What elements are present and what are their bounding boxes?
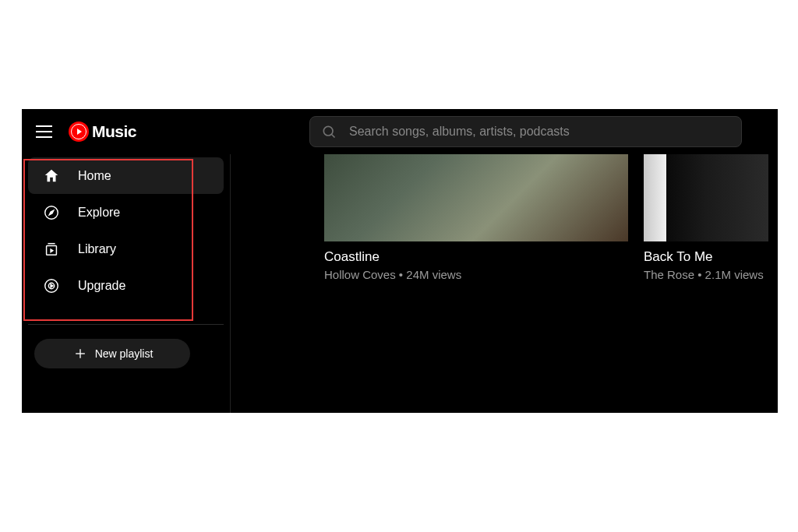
library-icon (42, 240, 61, 259)
svg-marker-3 (49, 210, 54, 215)
sidebar-item-label: Explore (78, 206, 120, 220)
sidebar: Home Explore Library Upgrade (22, 154, 231, 413)
new-playlist-label: New playlist (95, 347, 154, 360)
sidebar-item-home[interactable]: Home (28, 157, 224, 194)
track-title: Coastline (324, 249, 628, 265)
track-card[interactable]: Coastline Hollow Coves • 24M views (324, 154, 628, 413)
svg-line-1 (332, 135, 335, 138)
header: Music (22, 109, 778, 154)
hamburger-icon (36, 125, 52, 127)
menu-button[interactable] (36, 122, 55, 141)
svg-marker-5 (51, 249, 53, 252)
new-playlist-button[interactable]: New playlist (34, 339, 190, 368)
search-input[interactable] (349, 125, 730, 139)
content-row: Home Explore Library Upgrade (22, 154, 778, 413)
sidebar-item-label: Home (78, 169, 111, 183)
track-thumbnail (644, 154, 768, 241)
explore-icon (42, 203, 61, 222)
youtube-music-icon (69, 122, 89, 142)
sidebar-item-label: Upgrade (78, 279, 125, 293)
main-content: Coastline Hollow Coves • 24M views Back … (231, 154, 778, 413)
search-icon (321, 124, 337, 139)
track-card[interactable]: Back To Me The Rose • 2.1M views (644, 154, 768, 413)
track-thumbnail (324, 154, 628, 241)
plus-icon (72, 345, 89, 362)
sidebar-item-library[interactable]: Library (28, 231, 224, 267)
search-bar[interactable] (309, 116, 742, 147)
svg-point-0 (323, 126, 333, 136)
sidebar-item-label: Library (78, 242, 116, 256)
logo[interactable]: Music (69, 122, 136, 142)
track-meta: Hollow Coves • 24M views (324, 268, 628, 281)
home-icon (42, 167, 61, 185)
svg-marker-9 (51, 284, 53, 287)
app-window: Music Home Explore (22, 109, 778, 413)
sidebar-item-upgrade[interactable]: Upgrade (28, 267, 224, 304)
sidebar-item-explore[interactable]: Explore (28, 194, 224, 231)
sidebar-divider (28, 324, 224, 325)
track-meta: The Rose • 2.1M views (644, 268, 768, 281)
logo-text: Music (92, 122, 136, 141)
hamburger-icon (36, 131, 52, 132)
track-title: Back To Me (644, 249, 768, 265)
upgrade-icon (42, 277, 61, 295)
hamburger-icon (36, 136, 52, 138)
